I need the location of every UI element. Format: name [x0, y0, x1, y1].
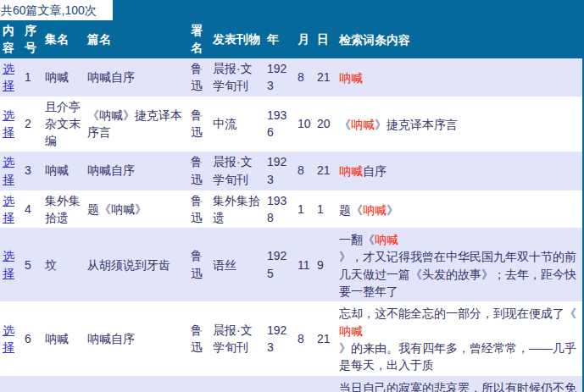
select-link[interactable]: 选择 [3, 107, 19, 141]
select-cell: 选择 [0, 228, 22, 301]
month-value: 1 [295, 190, 314, 229]
result-count: 共60篇文章,100次 [0, 0, 113, 20]
row-number: 6 [22, 301, 42, 375]
month-value: 8 [295, 376, 314, 392]
row-number: 4 [22, 190, 42, 229]
select-link[interactable]: 选择 [3, 153, 19, 188]
article-title: 《呐喊》捷克译本序言 [85, 97, 188, 152]
search-term-text: 》捷克译本序言 [375, 116, 458, 133]
row-number: 2 [22, 97, 42, 152]
search-term-content: 《呐喊》捷克译本序言 [336, 97, 582, 152]
year-value: 1923 [264, 301, 295, 375]
table-row: 选择 1 呐喊 呐喊自序 鲁迅 晨报·文学旬刊 1923 8 21 呐喊 [0, 58, 582, 97]
day-value: 21 [314, 58, 336, 97]
day-value: 20 [314, 97, 336, 152]
day-value: 21 [314, 301, 336, 375]
select-link[interactable]: 选择 [3, 247, 19, 282]
search-term-content: 忘却，这不能全忘的一部分，到现在便成了《呐喊》的来由。我有四年多，曾经常常，——… [336, 301, 582, 375]
month-value: 10 [295, 97, 314, 152]
search-term-text: 》，才又记得我曾在中华民国九年双十节的前几天做过一篇《头发的故事》；去年，距今快… [339, 248, 580, 300]
author-name: 鲁迅 [188, 376, 210, 392]
highlighted-term: 呐喊 [339, 69, 363, 86]
header-author-col: 署名 [188, 20, 210, 58]
table-header-row: 内容 序号 集名 篇名 署名 发表刊物 年 月 日 检索词条内容 [0, 20, 582, 58]
table-row: 选择 4 集外集拾遗 题《呐喊》 鲁迅 集外集拾遗 1938 1 1 题《呐喊》 [0, 190, 582, 229]
header-year-col: 年 [264, 20, 295, 58]
search-term-text: 题《 [339, 202, 363, 218]
author-name: 鲁迅 [188, 190, 210, 229]
year-value: 1938 [264, 190, 295, 229]
month-value: 11 [295, 228, 314, 301]
row-number: 7 [22, 376, 42, 392]
article-title: 从胡须说到牙齿 [85, 228, 188, 301]
publication-name: 中流 [210, 97, 264, 152]
select-link[interactable]: 选择 [3, 192, 19, 227]
search-term-text: 当日自己的寂寞的悲哀罢，所以有时候仍不免 [339, 379, 576, 392]
month-value: 8 [295, 152, 314, 190]
header-collection-col: 集名 [42, 20, 85, 58]
row-number: 3 [22, 152, 42, 190]
search-term-text: 忘却，这不能全忘的一部分，到现在便成了《 [339, 305, 576, 322]
select-cell: 选择 [0, 58, 22, 97]
article-title: 呐喊自序 [85, 152, 188, 190]
collection-name: 集外集拾遗 [42, 190, 85, 229]
collection-name: 呐喊 [42, 58, 85, 97]
search-term-content: 当日自己的寂寞的悲哀罢，所以有时候仍不免呐喊几声，聊以慰藉那在寂寞里奔驰的猛士，… [336, 376, 582, 392]
select-cell: 选择 [0, 190, 22, 229]
search-term-text: 《 [339, 116, 351, 133]
header-search-term-col: 检索词条内容 [336, 20, 582, 58]
day-value: 21 [314, 152, 336, 190]
month-value: 8 [295, 301, 314, 375]
search-term-text: 》 [387, 202, 398, 218]
search-term-content: 呐喊 [336, 58, 582, 97]
row-number: 1 [22, 58, 42, 97]
year-value: 1936 [264, 97, 295, 152]
select-link[interactable]: 选择 [3, 322, 19, 356]
search-term-content: 呐喊自序 [336, 152, 582, 190]
search-term-text: 一翻《 [339, 231, 375, 248]
select-link[interactable]: 选择 [3, 60, 19, 95]
collection-name: 呐喊 [42, 301, 85, 375]
author-name: 鲁迅 [188, 58, 210, 97]
author-name: 鲁迅 [188, 97, 210, 152]
publication-name: 晨报·文学旬刊 [210, 152, 264, 190]
article-title: 呐喊自序 [85, 301, 188, 375]
table-body: 选择 1 呐喊 呐喊自序 鲁迅 晨报·文学旬刊 1923 8 21 呐喊 选择 … [0, 58, 584, 392]
author-name: 鲁迅 [188, 152, 210, 190]
day-value: 21 [314, 376, 336, 392]
publication-name: 集外集拾遗 [210, 190, 264, 229]
highlighted-term: 呐喊 [375, 231, 398, 248]
publication-name: 晨报·文学旬刊 [210, 376, 264, 392]
select-cell: 选择 [0, 376, 22, 392]
search-term-content: 一翻《呐喊》，才又记得我曾在中华民国九年双十节的前几天做过一篇《头发的故事》；去… [336, 228, 582, 301]
publication-name: 晨报·文学旬刊 [210, 301, 264, 375]
header-publication-col: 发表刊物 [210, 20, 264, 58]
year-value: 1923 [264, 58, 295, 97]
collection-name: 坟 [42, 228, 85, 301]
search-term-text: 》的来由。我有四年多，曾经常常，——几乎是每天，出入于质 [339, 340, 580, 374]
author-name: 鲁迅 [188, 228, 210, 301]
article-title: 呐喊自序 [85, 376, 188, 392]
table-row: 选择 7 呐喊 呐喊自序 鲁迅 晨报·文学旬刊 1923 8 21 当日自己的寂… [0, 376, 582, 392]
highlighted-term: 呐喊 [363, 202, 387, 218]
year-value: 1925 [264, 228, 295, 301]
publication-name: 语丝 [210, 228, 264, 301]
article-title: 题《呐喊》 [85, 190, 188, 229]
header-number-col: 序号 [22, 20, 42, 58]
select-cell: 选择 [0, 301, 22, 375]
table-row: 选择 6 呐喊 呐喊自序 鲁迅 晨报·文学旬刊 1923 8 21 忘却，这不能… [0, 301, 582, 375]
article-title: 呐喊自序 [85, 58, 188, 97]
row-number: 5 [22, 228, 42, 301]
publication-name: 晨报·文学旬刊 [210, 58, 264, 97]
collection-name: 呐喊 [42, 376, 85, 392]
search-term-content: 题《呐喊》 [336, 190, 582, 229]
header-title-col: 篇名 [85, 20, 188, 58]
year-value: 1923 [264, 376, 295, 392]
search-results-page: 共60篇文章,100次 内容 序号 集名 篇名 署名 发表刊物 年 月 日 检索… [0, 0, 584, 392]
year-value: 1923 [264, 152, 295, 190]
highlighted-term: 呐喊 [351, 116, 375, 133]
header-day-col: 日 [314, 20, 336, 58]
day-value: 1 [314, 190, 336, 229]
table-row: 选择 3 呐喊 呐喊自序 鲁迅 晨报·文学旬刊 1923 8 21 呐喊自序 [0, 152, 582, 190]
month-value: 8 [295, 58, 314, 97]
